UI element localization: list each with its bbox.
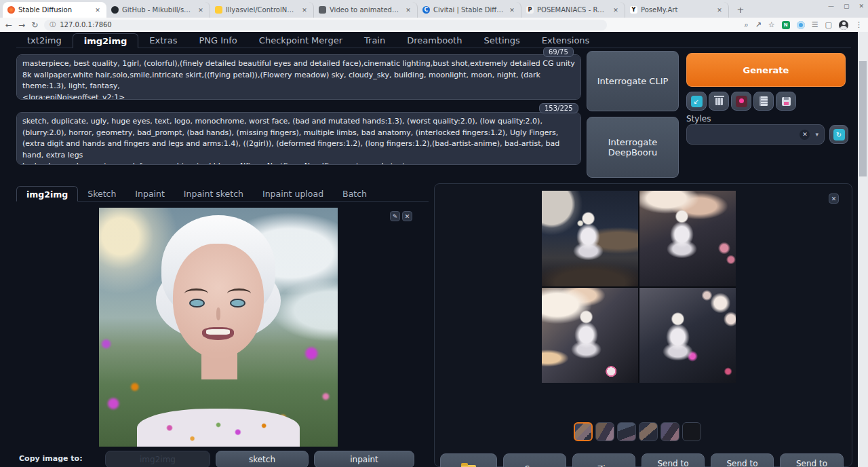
thumbnail-3[interactable] — [617, 422, 636, 441]
forward-icon[interactable]: → — [18, 21, 25, 29]
extra-networks-icon — [736, 96, 747, 107]
negative-token-counter: 153/225 — [539, 103, 578, 113]
posemaniacs-favicon: P — [526, 6, 534, 14]
close-tab-icon[interactable]: ✕ — [94, 6, 102, 14]
paste-arrow-icon: ↙ — [691, 96, 703, 107]
subtab-sketch[interactable]: Sketch — [78, 186, 125, 201]
clear-styles-icon[interactable]: ✕ — [800, 130, 810, 140]
thumbnail-1-selected[interactable] — [574, 422, 593, 441]
result-grid-image[interactable] — [542, 191, 736, 383]
subtab-batch[interactable]: Batch — [333, 186, 376, 201]
interrogate-clip-button[interactable]: Interrogate CLIP — [587, 51, 679, 111]
thumbnail-2[interactable] — [595, 422, 614, 441]
copy-to-img2img-button[interactable]: img2img — [105, 451, 210, 467]
browser-tabstrip: Stable Diffusion ✕ GitHub - Mikubill/sd-… — [0, 0, 868, 18]
browser-tab-posemaniacs[interactable]: P POSEMANIACS - Royalty free 3... ✕ — [521, 2, 625, 18]
remove-image-button[interactable]: ✕ — [402, 211, 412, 221]
back-icon[interactable]: ← — [5, 21, 12, 29]
share-icon[interactable]: ↗ — [755, 21, 762, 29]
girl-figure — [660, 312, 695, 364]
copy-to-sketch-button[interactable]: sketch — [216, 451, 309, 467]
browser-tab-stable-diffusion[interactable]: Stable Diffusion ✕ — [3, 2, 106, 18]
zoom-icon[interactable]: ⌕ — [744, 21, 748, 29]
bookmark-star-icon[interactable]: ☆ — [768, 21, 775, 29]
thumbnail-6[interactable] — [682, 422, 701, 441]
site-info-icon[interactable]: ⓘ — [50, 20, 56, 29]
stable-diffusion-webui: txt2img img2img Extras PNG Info Checkpoi… — [0, 32, 858, 467]
tab-checkpoint-merger[interactable]: Checkpoint Merger — [248, 33, 353, 48]
scrollbar-thumb[interactable] — [859, 61, 867, 176]
minimize-icon[interactable]: — — [828, 3, 834, 10]
subtab-inpaint[interactable]: Inpaint — [125, 186, 174, 201]
styles-dropdown[interactable]: ✕ ▾ — [686, 124, 825, 145]
send-to-inpaint-button[interactable]: Send to inpaint — [711, 453, 774, 467]
stable-diffusion-favicon — [7, 6, 15, 14]
thumbnail-4[interactable] — [639, 422, 658, 441]
generate-button[interactable]: Generate — [686, 53, 846, 87]
apply-style-button[interactable] — [753, 92, 774, 111]
tab-txt2img[interactable]: txt2img — [16, 33, 73, 48]
tab-settings[interactable]: Settings — [473, 33, 530, 48]
reading-list-icon[interactable]: ▢ — [825, 21, 832, 29]
refresh-styles-button[interactable]: ↻ — [829, 125, 848, 144]
browser-tab-github[interactable]: GitHub - Mikubill/sd-webui-co... ✕ — [106, 2, 210, 18]
copy-to-inpaint-button[interactable]: inpaint — [314, 451, 414, 467]
send-to-extras-button[interactable]: Send to extras — [780, 453, 844, 467]
browser-tab-controlnet[interactable]: lllyasviel/ControlNet at main ✕ — [210, 2, 314, 18]
page-scrollbar[interactable] — [858, 32, 868, 467]
open-folder-button[interactable] — [440, 453, 497, 467]
subtab-img2img[interactable]: img2img — [16, 186, 78, 202]
new-tab-button[interactable]: + — [733, 3, 748, 18]
tab-extras[interactable]: Extras — [138, 33, 188, 48]
paste-params-button[interactable]: ↙ — [686, 92, 707, 111]
subtab-inpaint-upload[interactable]: Inpaint upload — [253, 186, 333, 201]
portrait-face — [173, 244, 264, 358]
close-gallery-button[interactable]: ✕ — [829, 193, 839, 204]
tab-extensions[interactable]: Extensions — [531, 33, 601, 48]
browser-tab-civitai[interactable]: C Civitai | Stable Diffusion model... ✕ — [418, 2, 521, 18]
portrait-eye — [189, 299, 205, 308]
close-tab-icon[interactable]: ✕ — [197, 6, 205, 14]
result-image-4[interactable] — [639, 288, 736, 384]
portrait-nose — [216, 307, 220, 320]
clear-prompt-button[interactable] — [709, 92, 729, 111]
url-text: 127.0.0.1:7860 — [60, 21, 112, 29]
zip-button[interactable]: Zip — [572, 453, 635, 467]
extra-networks-button[interactable] — [731, 92, 751, 111]
edit-image-button[interactable]: ✎ — [390, 211, 400, 221]
tab-dreambooth[interactable]: Dreambooth — [396, 33, 473, 48]
extensions-puzzle-icon[interactable]: ☰ — [812, 21, 818, 29]
girl-figure — [571, 212, 606, 263]
tab-png-info[interactable]: PNG Info — [188, 33, 248, 48]
result-image-2[interactable] — [639, 191, 736, 286]
close-tab-icon[interactable]: ✕ — [612, 6, 620, 14]
result-image-1[interactable] — [542, 191, 638, 286]
interrogate-deepbooru-button[interactable]: Interrogate DeepBooru — [587, 117, 679, 178]
address-bar[interactable]: ⓘ 127.0.0.1:7860 — [44, 20, 607, 31]
extension-n-icon[interactable]: N — [782, 21, 790, 29]
maximize-icon[interactable]: ▢ — [844, 3, 850, 10]
negative-prompt-input[interactable]: sketch, duplicate, ugly, huge eyes, text… — [16, 112, 581, 165]
menu-dots-icon[interactable]: ⋮ — [855, 21, 863, 29]
send-to-img2img-button[interactable]: Send to img2img — [642, 453, 705, 467]
close-window-icon[interactable]: ✕ — [859, 3, 864, 10]
prompt-input[interactable]: masterpiece, best quality, 1girl, (color… — [16, 54, 581, 100]
extension-blue-icon[interactable] — [797, 21, 805, 29]
close-tab-icon[interactable]: ✕ — [300, 6, 309, 14]
profile-avatar[interactable] — [839, 20, 848, 30]
reload-icon[interactable]: ↻ — [31, 21, 38, 29]
img2img-source-image[interactable] — [99, 208, 338, 447]
result-image-3[interactable] — [542, 288, 638, 384]
portrait-smile — [202, 327, 234, 340]
close-tab-icon[interactable]: ✕ — [508, 6, 516, 14]
close-tab-icon[interactable]: ✕ — [404, 6, 412, 14]
tab-train[interactable]: Train — [353, 33, 396, 48]
save-style-button[interactable] — [776, 92, 796, 111]
browser-tab-gif-converter[interactable]: Video to animated GIF converter ✕ — [314, 2, 418, 18]
close-tab-icon[interactable]: ✕ — [715, 6, 724, 14]
browser-tab-posemyart[interactable]: Y PoseMy.Art ✕ — [625, 2, 729, 18]
subtab-inpaint-sketch[interactable]: Inpaint sketch — [174, 186, 253, 201]
thumbnail-5[interactable] — [660, 422, 679, 441]
tab-img2img[interactable]: img2img — [73, 33, 139, 48]
save-button[interactable]: Save — [503, 453, 566, 467]
